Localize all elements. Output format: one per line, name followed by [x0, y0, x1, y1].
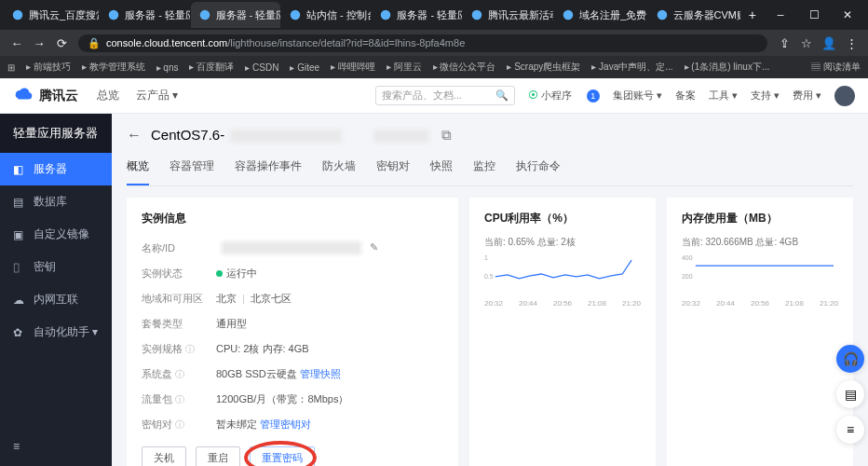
- bookmark-item[interactable]: ▸ 阿里云: [387, 61, 422, 74]
- avatar[interactable]: [834, 86, 855, 106]
- browser-tab[interactable]: 云服务器CVM购×: [648, 2, 740, 28]
- cpu-chart: 10.5: [484, 253, 641, 295]
- browser-tab[interactable]: 域名注册_免费S×: [554, 2, 646, 28]
- bookmark-item[interactable]: ▸ 教学管理系统: [82, 61, 145, 74]
- mem-chart: 400200: [682, 253, 838, 295]
- feedback-icon[interactable]: ▤: [836, 380, 864, 408]
- billing-menu[interactable]: 费用 ▾: [793, 89, 821, 103]
- support-menu[interactable]: 支持 ▾: [751, 89, 780, 103]
- bookmark-item[interactable]: ▸ (1条消息) linux下...: [685, 61, 770, 74]
- manage-keypair-link[interactable]: 管理密钥对: [260, 418, 311, 430]
- nav-products[interactable]: 云产品 ▾: [136, 88, 178, 103]
- bookmark-item[interactable]: ▸ 百度翻译: [189, 61, 234, 74]
- bookmarks-bar: ⊞▸ 前端技巧▸ 教学管理系统▸ qns▸ 百度翻译▸ CSDN▸ Gitee▸…: [0, 56, 868, 78]
- browser-tab[interactable]: 腾讯云最新活动×: [463, 2, 553, 28]
- headset-icon[interactable]: 🎧: [836, 345, 864, 373]
- edit-icon[interactable]: ✎: [370, 241, 378, 253]
- info-icon[interactable]: ⓘ: [175, 419, 184, 430]
- browser-tab-strip: 腾讯云_百度搜索×服务器 - 轻量应×服务器 - 轻量应×站内信 - 控制台×服…: [0, 0, 868, 30]
- bookmark-item[interactable]: ▸ Java中声明、定...: [591, 61, 672, 74]
- sidebar-item[interactable]: ▤数据库: [0, 185, 112, 218]
- page-tab[interactable]: 快照: [430, 151, 453, 185]
- mem-chart-card: 内存使用量（MB） 当前: 320.666MB 总量: 4GB 400200 2…: [667, 198, 853, 466]
- search-icon: 🔍: [495, 89, 509, 102]
- forward-button[interactable]: →: [28, 36, 50, 50]
- shutdown-button[interactable]: 关机: [142, 446, 186, 466]
- sidebar-item[interactable]: ◧服务器: [0, 153, 112, 185]
- svg-point-6: [563, 10, 574, 21]
- apps-icon[interactable]: ⊞: [7, 62, 15, 73]
- manage-snapshot-link[interactable]: 管理快照: [300, 368, 341, 379]
- sidebar-item[interactable]: ✿自动化助手 ▾: [0, 316, 112, 349]
- status-badge: 运行中: [226, 267, 257, 279]
- more-icon[interactable]: ≡: [836, 416, 864, 444]
- star-icon[interactable]: ☆: [795, 36, 818, 50]
- back-button[interactable]: ←: [6, 36, 28, 50]
- share-icon[interactable]: ⇪: [773, 36, 795, 50]
- bookmark-item[interactable]: ▸ Gitee: [290, 62, 319, 73]
- sidebar-icon: ⌷: [13, 261, 26, 274]
- page-tab[interactable]: 容器管理: [170, 151, 214, 185]
- bookmark-item[interactable]: ▸ 微信公众平台: [433, 61, 496, 74]
- sidebar-collapse[interactable]: ≡: [0, 432, 112, 460]
- page-tab[interactable]: 防火墙: [322, 151, 356, 185]
- address-bar: ← → ⟳ 🔒 console.cloud.tencent.com /light…: [0, 30, 868, 56]
- svg-point-7: [657, 10, 667, 21]
- menu-icon[interactable]: ⋮: [840, 36, 862, 50]
- browser-tab[interactable]: 站内信 - 控制台×: [281, 2, 371, 28]
- url-host: console.cloud.tencent.com: [106, 37, 227, 48]
- bookmark-item[interactable]: ▸ qns: [156, 62, 179, 73]
- sidebar-item[interactable]: ⌷密钥: [0, 251, 112, 283]
- page-tab[interactable]: 执行命令: [516, 151, 561, 185]
- sidebar-icon: ☁: [13, 294, 26, 307]
- svg-point-2: [199, 10, 210, 21]
- miniapp-link[interactable]: ⦿ 小程序: [528, 89, 572, 103]
- top-nav: 总览 云产品 ▾: [97, 88, 178, 103]
- info-icon[interactable]: ⓘ: [175, 394, 184, 404]
- back-arrow[interactable]: ←: [127, 127, 142, 144]
- beian-link[interactable]: 备案: [675, 89, 696, 103]
- browser-tab[interactable]: 腾讯云_百度搜索×: [4, 2, 99, 28]
- new-tab-button[interactable]: +: [741, 7, 764, 22]
- info-icon[interactable]: ⓘ: [175, 369, 184, 379]
- global-search[interactable]: 搜索产品、文档... 🔍: [375, 86, 515, 105]
- reading-list[interactable]: ▤ 阅读清单: [811, 61, 861, 74]
- sidebar-icon: ▣: [13, 228, 26, 241]
- notif-badge[interactable]: 1: [587, 89, 600, 103]
- tools-menu[interactable]: 工具 ▾: [709, 89, 738, 103]
- page-tab[interactable]: 概览: [127, 151, 149, 185]
- bookmark-item[interactable]: ▸ 前端技巧: [26, 61, 71, 74]
- reload-button[interactable]: ⟳: [50, 36, 73, 50]
- group-account[interactable]: 集团账号 ▾: [613, 89, 662, 103]
- browser-tab[interactable]: 服务器 - 轻量应×: [372, 2, 461, 28]
- reset-password-button[interactable]: 重置密码: [250, 446, 315, 466]
- svg-text:0.5: 0.5: [484, 273, 494, 280]
- url-input[interactable]: 🔒 console.cloud.tencent.com /lighthouse/…: [78, 34, 767, 52]
- page-tab[interactable]: 密钥对: [376, 151, 410, 185]
- bookmark-item[interactable]: ▸ CSDN: [245, 62, 278, 73]
- svg-text:200: 200: [682, 273, 693, 280]
- bookmark-item[interactable]: ▸ 哔哩哔哩: [331, 61, 375, 74]
- logo[interactable]: 腾讯云: [13, 86, 78, 106]
- instance-info-title: 实例信息: [142, 211, 443, 226]
- browser-tab[interactable]: 服务器 - 轻量应×: [100, 2, 189, 28]
- page-tab[interactable]: 容器操作事件: [235, 151, 302, 185]
- svg-point-4: [381, 10, 391, 21]
- browser-tab[interactable]: 服务器 - 轻量应×: [191, 2, 280, 28]
- bookmark-item[interactable]: ▸ Scrapy爬虫框架: [507, 61, 580, 74]
- close-button[interactable]: ✕: [831, 8, 864, 21]
- reboot-button[interactable]: 重启: [196, 446, 240, 466]
- info-icon[interactable]: ⓘ: [185, 344, 195, 354]
- profile-icon[interactable]: 👤: [818, 36, 840, 50]
- page-tab[interactable]: 监控: [473, 151, 495, 185]
- brand-text: 腾讯云: [39, 88, 78, 104]
- page-title: CentOS7.6- ⧉: [151, 127, 452, 144]
- nav-overview[interactable]: 总览: [97, 88, 119, 103]
- svg-text:400: 400: [682, 254, 693, 261]
- maximize-button[interactable]: ☐: [797, 8, 831, 21]
- copy-icon[interactable]: ⧉: [441, 127, 452, 143]
- cloud-logo-icon: [13, 86, 34, 106]
- sidebar-item[interactable]: ▣自定义镜像: [0, 218, 112, 251]
- minimize-button[interactable]: –: [764, 8, 797, 21]
- sidebar-item[interactable]: ☁内网互联: [0, 283, 112, 316]
